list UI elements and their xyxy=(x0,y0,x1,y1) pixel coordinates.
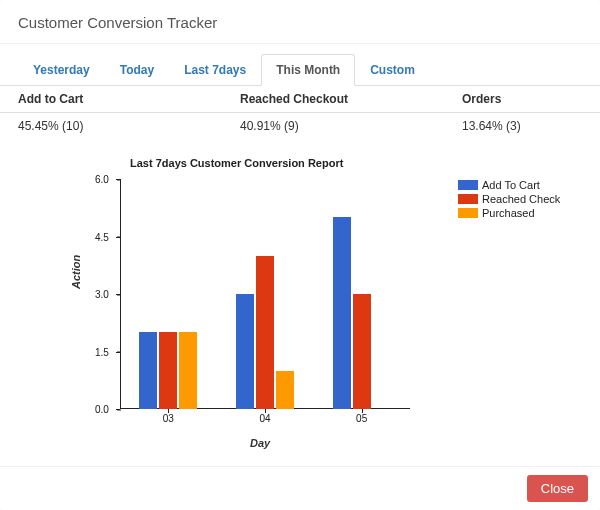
bar-0 xyxy=(139,332,157,409)
bar-0 xyxy=(333,217,351,409)
y-tick: 1.5 xyxy=(95,346,109,357)
chart-area: Last 7days Customer Conversion Report Ad… xyxy=(0,139,600,466)
range-tabs: Yesterday Today Last 7days This Month Cu… xyxy=(0,54,600,86)
tab-this-month[interactable]: This Month xyxy=(261,54,355,86)
legend-label-2: Purchased xyxy=(482,207,535,219)
metric-value-add-to-cart: 45.45% (10) xyxy=(18,119,240,133)
metric-value-orders: 13.64% (3) xyxy=(462,119,582,133)
legend-label-0: Add To Cart xyxy=(482,179,540,191)
chart-title: Last 7days Customer Conversion Report xyxy=(130,157,343,169)
x-category-label: 04 xyxy=(259,413,270,424)
tab-last7days[interactable]: Last 7days xyxy=(169,54,261,86)
x-category-label: 03 xyxy=(163,413,174,424)
x-category-label: 05 xyxy=(356,413,367,424)
metric-header-reached-checkout: Reached Checkout xyxy=(240,92,462,106)
legend-item-0: Add To Cart xyxy=(458,179,578,191)
x-axis-label: Day xyxy=(250,437,270,449)
metric-header-add-to-cart: Add to Cart xyxy=(18,92,240,106)
chart-legend: Add To Cart Reached Check Purchased xyxy=(458,179,578,221)
bar-1 xyxy=(159,332,177,409)
y-tick: 4.5 xyxy=(95,231,109,242)
legend-swatch-0 xyxy=(458,180,478,190)
legend-item-1: Reached Check xyxy=(458,193,578,205)
conversion-tracker-panel: Customer Conversion Tracker Yesterday To… xyxy=(0,0,600,510)
page-title: Customer Conversion Tracker xyxy=(0,0,600,44)
panel-footer: Close xyxy=(0,466,600,510)
y-tick: 0.0 xyxy=(95,404,109,415)
y-tick: 3.0 xyxy=(95,289,109,300)
bar-2 xyxy=(179,332,197,409)
legend-swatch-2 xyxy=(458,208,478,218)
chart-plot xyxy=(120,179,410,409)
tab-today[interactable]: Today xyxy=(105,54,169,86)
legend-item-2: Purchased xyxy=(458,207,578,219)
y-axis-label: Action xyxy=(70,255,82,289)
metric-header-orders: Orders xyxy=(462,92,582,106)
metrics-value-row: 45.45% (10) 40.91% (9) 13.64% (3) xyxy=(0,113,600,139)
bar-1 xyxy=(353,294,371,409)
bar-1 xyxy=(256,256,274,409)
tab-custom[interactable]: Custom xyxy=(355,54,430,86)
tab-yesterday[interactable]: Yesterday xyxy=(18,54,105,86)
bar-0 xyxy=(236,294,254,409)
legend-label-1: Reached Check xyxy=(482,193,560,205)
metrics-header-row: Add to Cart Reached Checkout Orders xyxy=(0,86,600,113)
y-tick: 6.0 xyxy=(95,174,109,185)
bar-2 xyxy=(276,371,294,409)
close-button[interactable]: Close xyxy=(527,475,588,502)
legend-swatch-1 xyxy=(458,194,478,204)
metric-value-reached-checkout: 40.91% (9) xyxy=(240,119,462,133)
